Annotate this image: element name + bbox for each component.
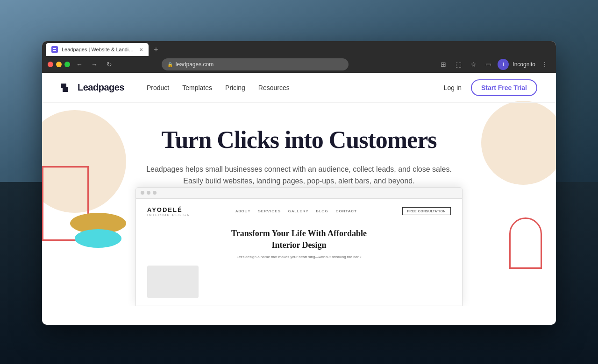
traffic-lights [48, 62, 70, 67]
login-link[interactable]: Log in [444, 84, 462, 91]
minimize-window-button[interactable] [56, 62, 62, 67]
close-window-button[interactable] [48, 62, 53, 67]
main-nav: Leadpages Product Templates Pricing Reso… [42, 73, 556, 103]
cast-icon[interactable]: ⬚ [453, 59, 464, 70]
nav-cta-button[interactable]: Start Free Trial [471, 79, 537, 96]
mini-logo-name: AYODELÉ [147, 206, 190, 213]
mini-logo-sub: INTERIOR DESIGN [147, 213, 190, 217]
logo-icon [61, 83, 74, 93]
reload-button[interactable]: ↻ [104, 59, 115, 70]
mini-hero-title: Transform Your Life With Affordable Inte… [147, 228, 451, 251]
mini-hero-subtitle: Let's design a home that makes your hear… [147, 255, 451, 259]
toolbar-right: ⊞ ⬚ ☆ ▭ I Incognito ⋮ [438, 59, 550, 70]
svg-rect-1 [63, 87, 68, 92]
mini-tl-3 [153, 191, 157, 195]
logo-text: Leadpages [78, 82, 124, 93]
tab-bar: Leadpages | Website & Landin... ✕ + [42, 41, 556, 56]
nav-product[interactable]: Product [147, 84, 169, 91]
logo-area: Leadpages [61, 82, 124, 93]
nav-templates[interactable]: Templates [182, 84, 212, 91]
mini-nav-blog: BLOG [316, 209, 328, 213]
mini-nav-contact: CONTACT [336, 209, 357, 213]
browser-tab[interactable]: Leadpages | Website & Landin... ✕ [46, 43, 149, 56]
mini-browser-bar [136, 188, 462, 199]
mini-preview-images [147, 266, 451, 298]
new-tab-button[interactable]: + [150, 44, 162, 55]
nav-resources[interactable]: Resources [258, 84, 290, 91]
browser-window: Leadpages | Website & Landin... ✕ + ← → … [42, 41, 556, 325]
extensions-icon[interactable]: ⊞ [438, 59, 449, 70]
menu-button[interactable]: ⋮ [539, 59, 550, 70]
tab-title: Leadpages | Website & Landin... [62, 47, 135, 52]
hero-title: Turn Clicks into Customers [61, 126, 537, 154]
mini-cta-btn: FREE CONSULTATION [402, 207, 451, 215]
mini-img-1 [147, 266, 199, 298]
tab-close-button[interactable]: ✕ [139, 47, 143, 52]
chrome-toolbar: ← → ↻ 🔒 leadpages.com ⊞ ⬚ ☆ ▭ I Incognit… [42, 56, 556, 73]
incognito-label: Incognito [513, 61, 535, 68]
nav-right: Log in Start Free Trial [444, 79, 537, 96]
profile-button[interactable]: I [498, 59, 509, 70]
mini-nav-links: ABOUT SERVICES GALLERY BLOG CONTACT [235, 209, 357, 213]
mini-nav-about: ABOUT [235, 209, 251, 213]
nav-pricing[interactable]: Pricing [225, 84, 245, 91]
mini-hero-title-line1: Transform Your Life With Affordable [231, 229, 367, 238]
mini-brand: AYODELÉ INTERIOR DESIGN [147, 206, 190, 217]
hero-subtitle: Leadpages helps small businesses connect… [61, 163, 537, 187]
tab-favicon [51, 46, 58, 53]
template-preview: AYODELÉ INTERIOR DESIGN ABOUT SERVICES G… [135, 187, 463, 306]
back-button[interactable]: ← [74, 59, 85, 70]
url-text: leadpages.com [176, 61, 214, 68]
mini-tl-2 [147, 191, 150, 195]
sidebar-icon[interactable]: ▭ [483, 59, 494, 70]
mini-tl-1 [141, 191, 144, 195]
maximize-window-button[interactable] [64, 62, 70, 67]
hero-subtitle-line2: Easily build websites, landing pages, po… [183, 177, 414, 185]
mini-nav-services: SERVICES [258, 209, 281, 213]
lock-icon: 🔒 [167, 62, 173, 67]
bookmark-icon[interactable]: ☆ [468, 59, 479, 70]
page-content: Leadpages Product Templates Pricing Reso… [42, 73, 556, 306]
hero-subtitle-line1: Leadpages helps small businesses connect… [146, 165, 452, 173]
mini-page: AYODELÉ INTERIOR DESIGN ABOUT SERVICES G… [136, 199, 462, 306]
nav-links: Product Templates Pricing Resources [147, 84, 290, 91]
mini-nav-gallery: GALLERY [288, 209, 309, 213]
mini-nav: AYODELÉ INTERIOR DESIGN ABOUT SERVICES G… [147, 206, 451, 217]
forward-button[interactable]: → [89, 59, 100, 70]
address-bar[interactable]: 🔒 leadpages.com [162, 58, 349, 70]
mini-hero-title-line2: Interior Design [271, 240, 326, 250]
